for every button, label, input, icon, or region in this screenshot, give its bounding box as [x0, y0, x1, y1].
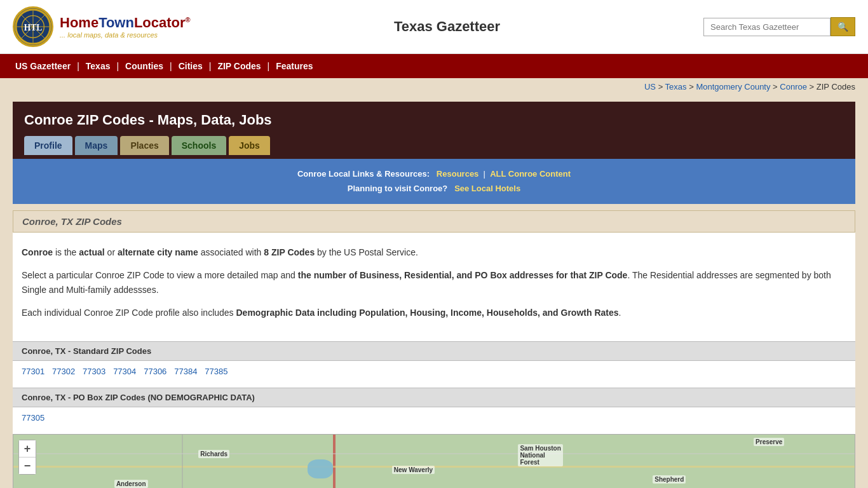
map-road-vertical-1	[333, 435, 336, 488]
page-title: Conroe ZIP Codes - Maps, Data, Jobs	[24, 112, 844, 128]
breadcrumb-montgomery-county[interactable]: Montgomery County	[696, 82, 770, 92]
nav-cities[interactable]: Cities	[176, 61, 205, 71]
breadcrumb-current: ZIP Codes	[817, 82, 855, 92]
pobox-zip-links: 77305	[13, 407, 855, 428]
all-conroe-content-link[interactable]: ALL Conroe Content	[490, 169, 571, 179]
map-container: Richards New Waverly Sam HoustonNational…	[13, 434, 855, 488]
info-box: Conroe Local Links & Resources: Resource…	[13, 159, 855, 204]
map-water	[308, 459, 333, 478]
nav-features[interactable]: Features	[273, 61, 315, 71]
map-zoom-controls: + −	[18, 440, 36, 475]
see-local-hotels-link[interactable]: See Local Hotels	[454, 184, 520, 193]
map-zoom-in-button[interactable]: +	[19, 440, 36, 457]
zip-77385[interactable]: 77385	[205, 367, 227, 376]
zip-77302[interactable]: 77302	[52, 367, 75, 376]
nav-counties[interactable]: Counties	[123, 61, 166, 71]
logo-area: HTL HomeTownLocator® ... local maps, dat…	[13, 6, 191, 47]
map-label-anderson: Anderson	[114, 480, 148, 488]
breadcrumb-texas[interactable]: Texas	[665, 82, 687, 92]
search-input[interactable]	[703, 18, 831, 36]
nav-us-gazetteer[interactable]: US Gazetteer	[13, 61, 73, 71]
map-background: Richards New Waverly Sam HoustonNational…	[13, 435, 855, 488]
svg-text:HTL: HTL	[24, 23, 43, 32]
resources-link[interactable]: Resources	[437, 169, 478, 179]
map-label-richards: Richards	[198, 450, 229, 458]
breadcrumb-conroe[interactable]: Conroe	[780, 82, 807, 92]
nav-zip-codes[interactable]: ZIP Codes	[215, 61, 263, 71]
main-content: Conroe ZIP Codes - Maps, Data, Jobs Prof…	[0, 95, 868, 488]
logo-brand-name: HomeTownLocator®	[60, 15, 191, 31]
map-road-vertical-2	[182, 435, 183, 488]
page-title-box: Conroe ZIP Codes - Maps, Data, Jobs Prof…	[13, 102, 855, 159]
tab-places[interactable]: Places	[120, 136, 168, 155]
standard-zip-header: Conroe, TX - Standard ZIP Codes	[13, 341, 855, 361]
zip-77304[interactable]: 77304	[113, 367, 136, 376]
map-label-preserve: Preserve	[754, 438, 784, 446]
zip-77303[interactable]: 77303	[83, 367, 105, 376]
standard-zip-section: Conroe, TX - Standard ZIP Codes 77301 77…	[13, 341, 855, 381]
standard-zip-links: 77301 77302 77303 77304 77306 77384 7738…	[13, 361, 855, 381]
zip-77305[interactable]: 77305	[22, 413, 44, 423]
tab-maps[interactable]: Maps	[75, 136, 118, 155]
zip-77306[interactable]: 77306	[144, 367, 166, 376]
section-title: Conroe, TX ZIP Codes	[13, 210, 855, 233]
breadcrumb: US > Texas > Montgomery County > Conroe …	[0, 78, 868, 95]
map-road-horizontal-2	[13, 453, 855, 454]
content-area: Conroe, TX ZIP Codes Conroe is the actua…	[13, 210, 855, 488]
content-text: Conroe is the actual or alternate city n…	[13, 239, 855, 335]
map-label-shepherd: Shepherd	[653, 475, 686, 484]
tabs: Profile Maps Places Schools Jobs	[24, 136, 844, 155]
map-label-sam-houston: Sam HoustonNationalForest	[518, 444, 562, 466]
search-area: 🔍	[703, 17, 855, 36]
logo-text: HomeTownLocator® ... local maps, data & …	[60, 15, 191, 39]
header: HTL HomeTownLocator® ... local maps, dat…	[0, 0, 868, 54]
search-button[interactable]: 🔍	[831, 17, 855, 36]
breadcrumb-us[interactable]: US	[644, 82, 656, 92]
pobox-zip-section: Conroe, TX - PO Box ZIP Codes (NO DEMOGR…	[13, 388, 855, 428]
tab-profile[interactable]: Profile	[24, 136, 72, 155]
logo-icon: HTL	[13, 6, 53, 47]
page-heading: Texas Gazetteer	[191, 18, 703, 35]
nav-texas[interactable]: Texas	[83, 61, 113, 71]
zip-77384[interactable]: 77384	[174, 367, 197, 376]
tab-jobs[interactable]: Jobs	[229, 136, 270, 155]
tab-schools[interactable]: Schools	[172, 136, 226, 155]
zip-77301[interactable]: 77301	[22, 367, 44, 376]
pobox-zip-header: Conroe, TX - PO Box ZIP Codes (NO DEMOGR…	[13, 388, 855, 407]
map-label-new-waverly: New Waverly	[392, 466, 435, 474]
navbar: US Gazetteer | Texas | Counties | Cities…	[0, 54, 868, 78]
map-zoom-out-button[interactable]: −	[19, 458, 36, 474]
logo-subtitle: ... local maps, data & resources	[60, 31, 191, 39]
